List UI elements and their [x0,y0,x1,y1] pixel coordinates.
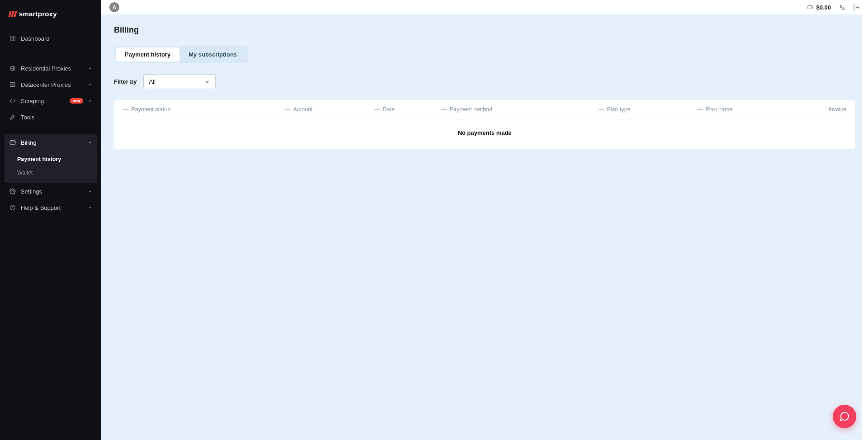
tab-label: Payment history [125,51,170,58]
main-area: A $0.00 Billing Payment history [101,0,868,440]
sort-icon: — [374,106,380,113]
topbar: A $0.00 [101,0,868,14]
sidebar-item-billing[interactable]: Billing [5,134,97,151]
sidebar-item-label: Billing [21,139,83,146]
sidebar-item-scraping[interactable]: Scraping new [0,93,101,109]
filter-select[interactable]: All [143,74,216,89]
sidebar-item-label: Help & Support [21,204,83,211]
tab-label: My subscriptions [189,51,237,58]
svg-rect-3 [13,39,15,41]
sidebar-item-label: Residential Proxies [21,65,83,72]
th-label: Date [383,106,395,113]
scrollbar[interactable] [862,14,868,440]
subnav-label: Wallet [17,170,33,176]
sidebar-subitem-payment-history[interactable]: Payment history [5,152,97,166]
new-badge: new [70,98,83,104]
topbar-right: $0.00 [807,4,860,11]
sort-icon: — [441,106,447,113]
sort-icon: — [123,106,129,113]
logout-icon[interactable] [853,4,860,11]
brand-logo-text: smartproxy [19,10,57,18]
th-plan-name[interactable]: — Plan name [697,106,802,113]
th-invoice: — Invoice [806,106,846,113]
filter-label: Filter by [114,78,137,85]
language-icon[interactable] [838,4,845,11]
gear-icon [9,188,16,195]
grid-icon [9,35,16,42]
th-label: Plan name [706,106,733,113]
sort-icon: — [285,106,291,113]
svg-rect-5 [10,82,15,84]
chevron-up-icon [88,140,92,145]
subnav-label: Payment history [17,156,61,162]
card-icon [9,139,16,146]
th-label: Plan type [607,106,631,113]
table-header: — Payment status — Amount — Date — Payme… [114,100,855,119]
svg-rect-6 [10,85,15,87]
page-title: Billing [114,25,855,35]
wallet-amount: $0.00 [816,4,831,11]
chevron-down-icon [88,66,92,71]
wallet-balance[interactable]: $0.00 [807,4,831,11]
chevron-down-icon [88,205,92,210]
help-icon [9,204,16,211]
sort-icon: — [599,106,604,113]
chevron-down-icon [88,99,92,103]
svg-rect-1 [13,36,15,38]
th-payment-status[interactable]: — Payment status [123,106,281,113]
svg-point-9 [12,190,14,192]
sidebar-item-settings[interactable]: Settings [0,183,101,199]
avatar-initial: A [113,5,116,10]
sort-icon: — [697,106,703,113]
th-amount[interactable]: — Amount [285,106,371,113]
th-label: Payment method [450,106,493,113]
sidebar-item-datacenter-proxies[interactable]: Datacenter Proxies [0,76,101,93]
wallet-icon [807,4,813,10]
svg-rect-2 [10,39,12,41]
globe-icon [9,65,16,72]
brand-logo[interactable]: smartproxy [0,0,101,26]
filter-row: Filter by All [114,74,855,89]
sidebar: smartproxy Dashboard Residential Proxies… [0,0,101,440]
sidebar-item-label: Settings [21,188,83,195]
chevron-down-icon [88,82,92,87]
chat-icon [839,411,850,422]
svg-rect-0 [10,36,12,38]
th-label: Payment status [132,106,170,113]
sidebar-item-residential-proxies[interactable]: Residential Proxies [0,60,101,76]
avatar[interactable]: A [109,2,119,12]
th-plan-type[interactable]: — Plan type [599,106,693,113]
sidebar-item-help-support[interactable]: Help & Support [0,199,101,216]
filter-selected-value: All [149,78,156,85]
table-empty-message: No payments made [114,119,855,149]
tab-payment-history[interactable]: Payment history [116,47,179,62]
chevron-down-icon [88,189,92,194]
sidebar-billing-subnav: Payment history Wallet [5,151,97,183]
sidebar-item-label: Scraping [21,98,63,104]
sidebar-subitem-wallet[interactable]: Wallet [5,166,97,180]
chevron-down-icon [204,79,210,85]
brand-logo-icon [9,11,16,17]
th-label: Invoice [828,106,846,113]
chat-button[interactable] [833,405,856,428]
sidebar-item-dashboard[interactable]: Dashboard [0,30,101,47]
billing-tabs: Payment history My subscriptions [114,46,248,63]
sidebar-item-label: Dashboard [21,35,92,42]
tab-my-subscriptions[interactable]: My subscriptions [179,47,246,62]
sidebar-item-tools[interactable]: Tools [0,109,101,125]
th-label: Amount [293,106,313,113]
th-payment-method[interactable]: — Payment method [441,106,595,113]
tool-icon [9,114,16,121]
sidebar-item-label: Tools [21,114,92,121]
sidebar-item-label: Datacenter Proxies [21,81,83,88]
th-date[interactable]: — Date [374,106,438,113]
payments-table: — Payment status — Amount — Date — Payme… [114,100,855,149]
code-icon [9,97,16,104]
svg-rect-7 [10,141,15,144]
server-icon [9,81,16,88]
page-content: Billing Payment history My subscriptions… [101,14,868,440]
